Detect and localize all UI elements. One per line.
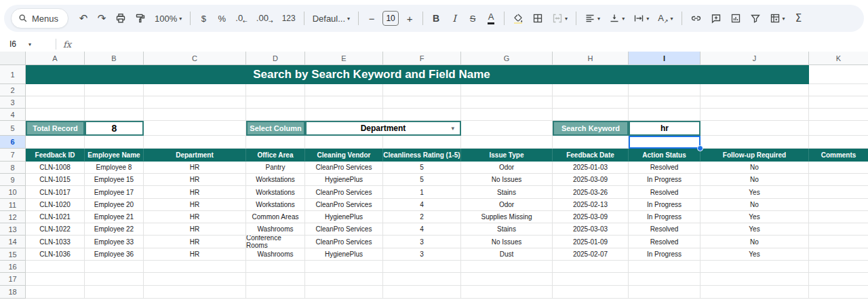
- table-data-cell[interactable]: CleanPro Services: [305, 162, 383, 174]
- row-header-7[interactable]: 7: [0, 149, 26, 162]
- table-data-cell[interactable]: Stains: [461, 186, 553, 199]
- cell-i16[interactable]: [629, 261, 701, 273]
- row-header-1[interactable]: 1: [0, 65, 26, 84]
- table-data-cell[interactable]: HR: [144, 211, 246, 223]
- row-header-3[interactable]: 3: [0, 96, 26, 109]
- cell-e18[interactable]: [305, 286, 383, 299]
- table-data-cell[interactable]: Yes: [701, 223, 809, 236]
- table-data-cell[interactable]: 2: [383, 211, 461, 223]
- table-header-cell[interactable]: Department: [144, 149, 246, 162]
- table-data-cell[interactable]: 2025-01-03: [553, 162, 629, 174]
- table-data-cell[interactable]: 2025-03-09: [553, 211, 629, 223]
- print-button[interactable]: [111, 9, 130, 28]
- row-header-11[interactable]: 11: [0, 199, 26, 211]
- table-data-cell[interactable]: HR: [144, 236, 246, 248]
- cell-e6[interactable]: [305, 136, 383, 149]
- cell-j4[interactable]: [701, 109, 809, 121]
- redo-button[interactable]: ↷: [93, 9, 111, 28]
- column-header-e[interactable]: E: [305, 52, 383, 65]
- title-banner[interactable]: Search by Search Keyword and Field Name: [26, 65, 809, 84]
- cell-f3[interactable]: [383, 96, 461, 109]
- cell-d17[interactable]: [246, 273, 305, 286]
- table-header-cell[interactable]: Office Area: [246, 149, 305, 162]
- table-data-cell[interactable]: Workstations: [246, 186, 305, 199]
- undo-button[interactable]: ↶: [75, 9, 92, 28]
- table-header-cell[interactable]: Follow-up Required: [701, 149, 809, 162]
- select-all-corner[interactable]: [0, 52, 26, 65]
- table-data-cell[interactable]: 4: [383, 223, 461, 236]
- table-data-cell[interactable]: 2025-02-07: [553, 248, 629, 261]
- table-data-cell[interactable]: Employee 22: [85, 223, 144, 236]
- cell-e3[interactable]: [305, 96, 383, 109]
- table-data-cell[interactable]: 5: [383, 174, 461, 186]
- row-header-4[interactable]: 4: [0, 109, 26, 121]
- cell-f18[interactable]: [383, 286, 461, 299]
- row-header-10[interactable]: 10: [0, 186, 26, 199]
- vertical-align-button[interactable]: ▾: [605, 9, 629, 28]
- cell-g18[interactable]: [461, 286, 553, 299]
- table-data-cell[interactable]: [809, 211, 868, 223]
- row-header-18[interactable]: 18: [0, 286, 26, 299]
- table-data-cell[interactable]: Conference Rooms: [246, 236, 305, 248]
- cell-e17[interactable]: [305, 273, 383, 286]
- table-data-cell[interactable]: Odor: [461, 162, 553, 174]
- table-data-cell[interactable]: Odor: [461, 199, 553, 211]
- cell-k5[interactable]: [809, 121, 868, 136]
- table-header-cell[interactable]: Cleanliness Rating (1-5): [383, 149, 461, 162]
- table-data-cell[interactable]: Employee 17: [85, 186, 144, 199]
- cell-j16[interactable]: [701, 261, 809, 273]
- column-header-f[interactable]: F: [383, 52, 461, 65]
- cell-a3[interactable]: [26, 96, 85, 109]
- cell-j6[interactable]: [701, 136, 809, 149]
- cell-d3[interactable]: [246, 96, 305, 109]
- cell-k1[interactable]: [809, 65, 868, 84]
- table-data-cell[interactable]: CLN-1036: [26, 248, 85, 261]
- italic-button[interactable]: I: [446, 9, 463, 28]
- cell-b3[interactable]: [85, 96, 144, 109]
- column-header-b[interactable]: B: [85, 52, 144, 65]
- cell-e16[interactable]: [305, 261, 383, 273]
- table-data-cell[interactable]: CLN-1022: [26, 223, 85, 236]
- cell-i4[interactable]: [629, 109, 701, 121]
- row-header-5[interactable]: 5: [0, 121, 26, 136]
- table-data-cell[interactable]: Resolved: [629, 186, 701, 199]
- cell-e2[interactable]: [305, 84, 383, 96]
- table-data-cell[interactable]: Resolved: [629, 223, 701, 236]
- increase-decimal-button[interactable]: .00→: [252, 9, 277, 28]
- cell-c3[interactable]: [144, 96, 246, 109]
- selected-cell[interactable]: [629, 136, 701, 149]
- table-data-cell[interactable]: Employee 15: [85, 174, 144, 186]
- table-data-cell[interactable]: HygienePlus: [305, 248, 383, 261]
- cell-k6[interactable]: [809, 136, 868, 149]
- cell-a2[interactable]: [26, 84, 85, 96]
- format-percent-button[interactable]: %: [213, 9, 231, 28]
- table-data-cell[interactable]: In Progress: [629, 174, 701, 186]
- cell-d4[interactable]: [246, 109, 305, 121]
- cell-g6[interactable]: [461, 136, 553, 149]
- merge-cells-button[interactable]: ▾: [548, 9, 572, 28]
- row-header-17[interactable]: 17: [0, 273, 26, 286]
- table-data-cell[interactable]: Employee 36: [85, 248, 144, 261]
- cell-k16[interactable]: [809, 261, 868, 273]
- insert-chart-button[interactable]: [726, 9, 745, 28]
- cell-g3[interactable]: [461, 96, 553, 109]
- table-data-cell[interactable]: Common Areas: [246, 211, 305, 223]
- table-data-cell[interactable]: Dust: [461, 248, 553, 261]
- cell-c16[interactable]: [144, 261, 246, 273]
- cell-g17[interactable]: [461, 273, 553, 286]
- table-data-cell[interactable]: No: [701, 236, 809, 248]
- cell-a4[interactable]: [26, 109, 85, 121]
- table-tools-button[interactable]: ▾: [766, 9, 789, 28]
- cell-h17[interactable]: [553, 273, 629, 286]
- cell-i17[interactable]: [629, 273, 701, 286]
- cell-a16[interactable]: [26, 261, 85, 273]
- text-rotation-button[interactable]: A↗ ▾: [654, 9, 677, 28]
- cell-f2[interactable]: [383, 84, 461, 96]
- table-data-cell[interactable]: CLN-1020: [26, 199, 85, 211]
- cell-i2[interactable]: [629, 84, 701, 96]
- select-column-dropdown[interactable]: Department▾: [305, 121, 461, 136]
- table-header-cell[interactable]: Action Status: [629, 149, 701, 162]
- table-header-cell[interactable]: Issue Type: [461, 149, 553, 162]
- bold-button[interactable]: B: [427, 9, 445, 28]
- table-data-cell[interactable]: Employee 8: [85, 162, 144, 174]
